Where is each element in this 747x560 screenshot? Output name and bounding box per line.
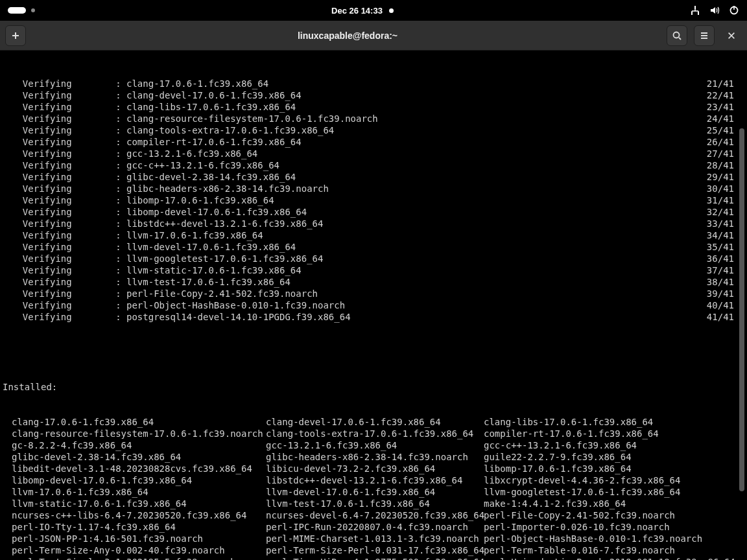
verify-line: Verifying : libomp-17.0.6-1.fc39.x86_643… [1, 194, 747, 206]
workspace-pill-icon [8, 7, 26, 14]
verify-line: Verifying : clang-17.0.6-1.fc39.x86_6421… [1, 78, 747, 89]
gnome-top-panel: Dec 26 14:33 [0, 0, 747, 21]
svg-rect-2 [698, 12, 699, 15]
verify-line: Verifying : llvm-devel-17.0.6-1.fc39.x86… [1, 241, 747, 253]
verify-line: Verifying : libstdc++-devel-13.2.1-6.fc3… [1, 218, 747, 229]
menu-button[interactable] [694, 25, 715, 46]
installed-row: perl-Term-Size-Any-0.002-40.fc39.noarchp… [12, 544, 747, 556]
scrollbar[interactable] [739, 51, 746, 560]
installed-row: clang-resource-filesystem-17.0.6-1.fc39.… [12, 428, 747, 439]
svg-rect-0 [694, 6, 696, 9]
installed-row: libomp-devel-17.0.6-1.fc39.x86_64libstdc… [12, 474, 747, 486]
notification-dot-icon [389, 8, 394, 13]
terminal-viewport[interactable]: Verifying : clang-17.0.6-1.fc39.x86_6421… [0, 51, 747, 560]
verify-line: Verifying : glibc-headers-x86-2.38-14.fc… [1, 183, 747, 194]
installed-row: llvm-17.0.6-1.fc39.x86_64llvm-devel-17.0… [12, 486, 747, 498]
installed-row: perl-JSON-PP-1:4.16-501.fc39.noarchperl-… [12, 533, 747, 544]
power-icon[interactable] [729, 5, 739, 16]
verify-line: Verifying : compiler-rt-17.0.6-1.fc39.x8… [1, 136, 747, 148]
workspace-dot-icon [31, 8, 35, 12]
svg-point-5 [674, 32, 680, 38]
verify-line: Verifying : libomp-devel-17.0.6-1.fc39.x… [1, 206, 747, 218]
installed-row: perl-IO-Tty-1.17-4.fc39.x86_64perl-IPC-R… [12, 521, 747, 533]
verify-line: Verifying : clang-libs-17.0.6-1.fc39.x86… [1, 101, 747, 113]
installed-row: ncurses-c++-libs-6.4-7.20230520.fc39.x86… [12, 509, 747, 521]
installed-row: glibc-devel-2.38-14.fc39.x86_64glibc-hea… [12, 451, 747, 463]
network-icon[interactable] [690, 5, 700, 16]
verify-line: Verifying : llvm-googletest-17.0.6-1.fc3… [1, 253, 747, 264]
verify-line: Verifying : glibc-devel-2.38-14.fc39.x86… [1, 171, 747, 183]
activities-area[interactable] [8, 7, 35, 14]
verify-line: Verifying : llvm-test-17.0.6-1.fc39.x86_… [1, 276, 747, 288]
svg-rect-4 [733, 6, 735, 10]
verify-line: Verifying : clang-resource-filesystem-17… [1, 113, 747, 124]
window-title: linuxcapable@fedora:~ [29, 30, 667, 41]
installed-row: clang-17.0.6-1.fc39.x86_64clang-devel-17… [12, 416, 747, 428]
new-tab-button[interactable] [5, 25, 26, 46]
verify-line: Verifying : gcc-c++-13.2.1-6.fc39.x86_64… [1, 159, 747, 171]
verify-line: Verifying : llvm-static-17.0.6-1.fc39.x8… [1, 264, 747, 276]
verify-line: Verifying : postgresql14-devel-14.10-1PG… [1, 311, 747, 323]
verify-line: Verifying : perl-Object-HashBase-0.010-1… [1, 299, 747, 311]
installed-row: libedit-devel-3.1-48.20230828cvs.fc39.x8… [12, 463, 747, 474]
installed-row: llvm-static-17.0.6-1.fc39.x86_64llvm-tes… [12, 498, 747, 509]
verify-line: Verifying : clang-tools-extra-17.0.6-1.f… [1, 124, 747, 136]
volume-icon[interactable] [709, 5, 720, 16]
verify-line: Verifying : llvm-17.0.6-1.fc39.x86_6434/… [1, 229, 747, 241]
close-button[interactable] [721, 25, 742, 46]
installed-row: perl-Test-Simple-3:1.302195-5.fc39.noarc… [12, 556, 747, 560]
scrollbar-thumb[interactable] [739, 128, 744, 491]
installed-header: Installed: [1, 381, 747, 393]
verify-line: Verifying : clang-devel-17.0.6-1.fc39.x8… [1, 89, 747, 101]
search-button[interactable] [667, 25, 687, 46]
verify-line: Verifying : perl-File-Copy-2.41-502.fc39… [1, 288, 747, 299]
datetime-label: Dec 26 14:33 [331, 6, 383, 16]
installed-row: gc-8.2.2-4.fc39.x86_64gcc-13.2.1-6.fc39.… [12, 439, 747, 451]
terminal-titlebar: linuxcapable@fedora:~ [0, 21, 747, 51]
svg-rect-1 [691, 12, 693, 15]
clock-area[interactable]: Dec 26 14:33 [331, 6, 394, 16]
verify-line: Verifying : gcc-13.2.1-6.fc39.x86_6427/4… [1, 148, 747, 159]
